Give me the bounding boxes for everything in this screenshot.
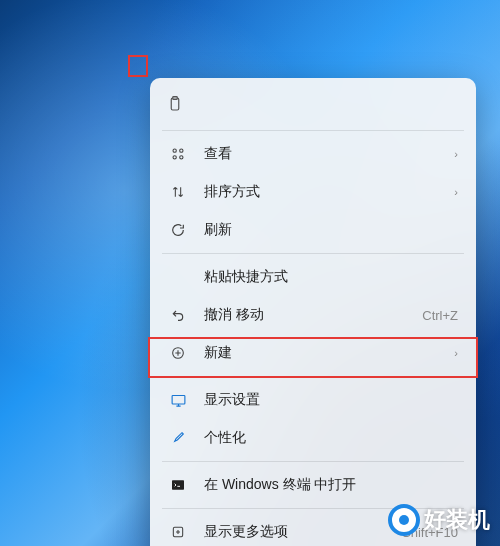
display-icon <box>168 390 188 410</box>
sort-icon <box>168 182 188 202</box>
watermark-text: 好装机 <box>424 505 490 535</box>
terminal-icon <box>168 475 188 495</box>
svg-point-5 <box>180 156 183 159</box>
menu-item-new[interactable]: 新建 › <box>150 334 476 372</box>
svg-point-4 <box>173 156 176 159</box>
menu-label: 排序方式 <box>204 183 446 201</box>
menu-label: 撤消 移动 <box>204 306 422 324</box>
menu-item-sort[interactable]: 排序方式 › <box>150 173 476 211</box>
brush-icon <box>168 428 188 448</box>
menu-separator <box>162 461 464 462</box>
menu-separator <box>162 130 464 131</box>
svg-point-2 <box>173 149 176 152</box>
context-menu-icon-bar <box>150 84 476 126</box>
desktop-context-menu: 查看 › 排序方式 › 刷新 粘贴快捷方式 撤消 移动 Ctrl+Z <box>150 78 476 546</box>
menu-item-paste-shortcut[interactable]: 粘贴快捷方式 <box>150 258 476 296</box>
grid-icon <box>168 144 188 164</box>
plus-circle-icon <box>168 343 188 363</box>
svg-rect-8 <box>172 480 184 489</box>
chevron-right-icon: › <box>454 148 458 160</box>
menu-label: 刷新 <box>204 221 458 239</box>
chevron-right-icon: › <box>454 186 458 198</box>
menu-item-personalize[interactable]: 个性化 <box>150 419 476 457</box>
menu-item-view[interactable]: 查看 › <box>150 135 476 173</box>
menu-item-undo-move[interactable]: 撤消 移动 Ctrl+Z <box>150 296 476 334</box>
menu-label: 个性化 <box>204 429 458 447</box>
menu-item-terminal[interactable]: 在 Windows 终端 中打开 <box>150 466 476 504</box>
menu-shortcut: Ctrl+Z <box>422 308 458 323</box>
refresh-icon <box>168 220 188 240</box>
svg-rect-7 <box>172 395 185 404</box>
watermark-logo-icon <box>388 504 420 536</box>
menu-label: 查看 <box>204 145 446 163</box>
menu-separator <box>162 253 464 254</box>
watermark: 好装机 <box>388 504 490 536</box>
menu-item-display-settings[interactable]: 显示设置 <box>150 381 476 419</box>
chevron-right-icon: › <box>454 347 458 359</box>
annotation-marker-origin <box>128 55 148 77</box>
menu-separator <box>162 376 464 377</box>
blank-icon <box>168 267 188 287</box>
more-options-icon <box>168 522 188 542</box>
menu-label: 在 Windows 终端 中打开 <box>204 476 458 494</box>
menu-label: 新建 <box>204 344 446 362</box>
paste-icon[interactable] <box>166 95 186 115</box>
svg-point-3 <box>180 149 183 152</box>
menu-label: 粘贴快捷方式 <box>204 268 458 286</box>
undo-icon <box>168 305 188 325</box>
menu-item-refresh[interactable]: 刷新 <box>150 211 476 249</box>
menu-label: 显示更多选项 <box>204 523 402 541</box>
menu-label: 显示设置 <box>204 391 458 409</box>
